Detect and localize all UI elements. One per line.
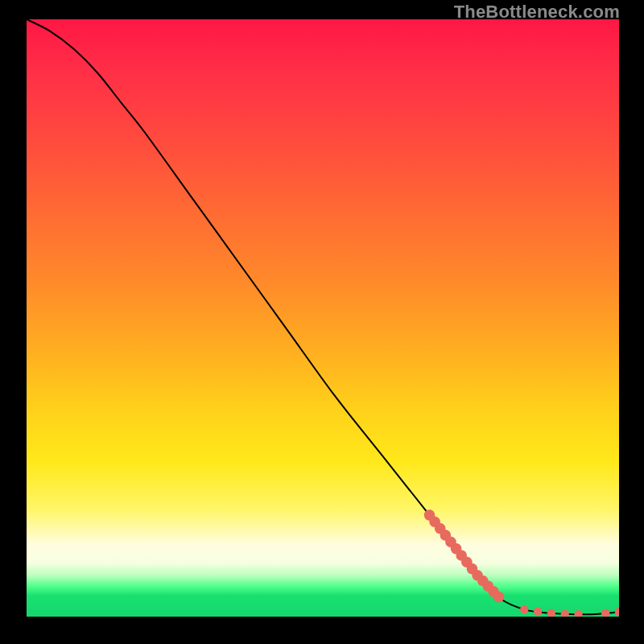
data-marker (424, 510, 436, 521)
chart-svg (27, 19, 619, 617)
data-marker (615, 608, 619, 616)
chart-stage: TheBottleneck.com (0, 0, 644, 644)
data-marker (461, 556, 473, 568)
data-marker (456, 550, 467, 561)
curve-line (27, 19, 619, 614)
data-marker (451, 543, 462, 555)
data-marker (601, 609, 609, 617)
data-marker (574, 610, 582, 617)
data-marker (435, 523, 446, 535)
plot-area (27, 19, 619, 617)
data-marker (445, 536, 456, 547)
data-marker (472, 570, 483, 581)
data-marker (493, 592, 505, 603)
data-marker (483, 580, 494, 592)
data-marker (547, 609, 555, 617)
data-marker (429, 516, 440, 527)
data-marker (520, 605, 528, 613)
data-marker (534, 607, 542, 615)
data-marker (477, 576, 489, 587)
data-marker (488, 586, 499, 597)
data-marker (561, 609, 569, 617)
data-marker (467, 564, 478, 575)
data-marker (440, 530, 452, 541)
data-marker (615, 608, 619, 616)
